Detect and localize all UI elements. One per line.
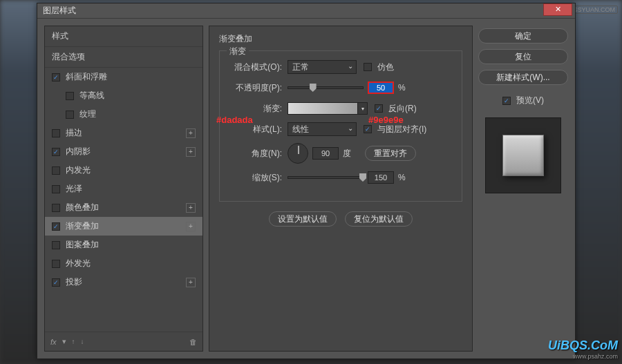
opacity-unit: %	[398, 83, 406, 93]
add-effect-icon[interactable]	[186, 147, 196, 157]
scale-input[interactable]	[368, 171, 394, 184]
opacity-slider[interactable]	[288, 86, 364, 89]
preview-swatch	[502, 135, 544, 176]
reset-align-button[interactable]: 重置对齐	[365, 146, 416, 161]
style-checkbox[interactable]	[52, 185, 60, 193]
reverse-label: 反向(R)	[388, 103, 417, 115]
style-item-1[interactable]: 等高线	[45, 86, 202, 105]
preview-box	[485, 117, 561, 193]
style-label: 内发光	[66, 164, 91, 176]
style-checkbox[interactable]	[52, 241, 60, 249]
dither-label: 仿色	[377, 61, 394, 73]
sidebar-footer: fx ▾ ↑ ↓ 🗑	[45, 332, 202, 351]
reset-default-button[interactable]: 复位为默认值	[345, 211, 413, 227]
new-style-button[interactable]: 新建样式(W)...	[478, 70, 568, 85]
blend-mode-label: 混合模式(O):	[228, 61, 288, 73]
style-item-11[interactable]: 投影	[45, 273, 202, 291]
style-label: 内阴影	[66, 146, 91, 157]
style-label: 颜色叠加	[66, 202, 99, 213]
style-checkbox[interactable]	[52, 148, 60, 156]
style-label: 投影	[66, 276, 82, 288]
fieldset-legend: 渐变	[227, 46, 249, 57]
angle-unit: 度	[343, 148, 351, 160]
style-label: 描边	[66, 127, 82, 139]
style-item-2[interactable]: 纹理	[45, 105, 202, 124]
fx-menu[interactable]: fx	[50, 338, 57, 346]
dialog-title: 图层样式	[43, 5, 76, 17]
style-checkbox[interactable]	[52, 222, 60, 231]
options-panel: 渐变叠加 渐变 混合模式(O): 正常 仿色 不透明度(P):	[209, 26, 473, 352]
watermark-bottom: UiBQS.CoM www.psahz.com	[548, 338, 618, 360]
ok-button[interactable]: 确定	[478, 28, 568, 44]
style-checkbox[interactable]	[66, 92, 74, 100]
style-label: 纹理	[79, 108, 96, 120]
layer-style-dialog: 图层样式 样式 混合选项 斜面和浮雕等高线纹理描边内阴影内发光光泽颜色叠加渐变叠…	[37, 3, 576, 359]
gradient-label: 渐变:	[228, 103, 288, 115]
style-label: 光泽	[66, 183, 82, 195]
angle-dial[interactable]	[288, 143, 308, 164]
dither-checkbox[interactable]	[364, 63, 372, 71]
style-label: 外发光	[66, 258, 91, 269]
style-label: 等高线	[79, 90, 104, 102]
style-label: 斜面和浮雕	[66, 71, 107, 83]
scale-unit: %	[398, 173, 406, 182]
move-down-icon[interactable]: ↓	[81, 338, 84, 345]
fx-dropdown-icon[interactable]: ▾	[62, 337, 66, 346]
style-item-0[interactable]: 斜面和浮雕	[45, 68, 202, 86]
style-item-3[interactable]: 描边	[45, 124, 202, 142]
style-dropdown[interactable]: 线性	[288, 122, 357, 136]
style-item-5[interactable]: 内发光	[45, 161, 202, 180]
preview-checkbox[interactable]	[502, 97, 511, 105]
style-checkbox[interactable]	[52, 204, 60, 212]
right-panel: 确定 复位 新建样式(W)... 预览(V)	[478, 26, 568, 352]
panel-title: 渐变叠加	[219, 33, 462, 45]
opacity-label: 不透明度(P):	[228, 82, 288, 94]
styles-header[interactable]: 样式	[45, 26, 202, 47]
titlebar: 图层样式	[37, 3, 575, 19]
preview-label: 预览(V)	[516, 95, 544, 106]
add-effect-icon[interactable]	[186, 278, 196, 287]
style-checkbox[interactable]	[52, 166, 60, 175]
gradient-swatch[interactable]	[288, 102, 358, 115]
style-checkbox[interactable]	[52, 73, 60, 82]
angle-label: 角度(N):	[228, 148, 288, 160]
style-label: 样式(L):	[228, 124, 288, 135]
opacity-slider-thumb[interactable]	[310, 84, 317, 92]
angle-input[interactable]	[312, 147, 339, 160]
scale-slider[interactable]	[288, 176, 364, 179]
gradient-dropdown-icon[interactable]: ▾	[358, 102, 368, 115]
scale-label: 缩放(S):	[228, 172, 288, 184]
align-layer-checkbox[interactable]	[364, 125, 372, 133]
cancel-button[interactable]: 复位	[478, 49, 568, 64]
style-item-4[interactable]: 内阴影	[45, 142, 202, 161]
style-item-7[interactable]: 颜色叠加	[45, 198, 202, 217]
style-checkbox[interactable]	[52, 260, 60, 268]
opacity-input[interactable]	[368, 82, 394, 94]
style-item-9[interactable]: 图案叠加	[45, 236, 202, 254]
style-checkbox[interactable]	[66, 111, 74, 119]
style-checkbox[interactable]	[52, 129, 60, 137]
blend-mode-dropdown[interactable]: 正常	[288, 60, 357, 74]
style-checkbox[interactable]	[52, 278, 60, 287]
add-effect-icon[interactable]	[186, 128, 196, 138]
blend-options-header[interactable]: 混合选项	[45, 47, 202, 68]
style-label: 图案叠加	[66, 239, 99, 251]
reverse-checkbox[interactable]	[375, 104, 383, 113]
style-item-6[interactable]: 光泽	[45, 180, 202, 198]
move-up-icon[interactable]: ↑	[72, 338, 75, 345]
style-label: 渐变叠加	[66, 220, 99, 232]
add-effect-icon[interactable]	[186, 222, 196, 231]
style-item-10[interactable]: 外发光	[45, 254, 202, 273]
align-layer-label: 与图层对齐(I)	[377, 124, 426, 135]
set-default-button[interactable]: 设置为默认值	[269, 211, 337, 227]
trash-icon[interactable]: 🗑	[189, 338, 197, 346]
scale-slider-thumb[interactable]	[359, 173, 366, 182]
styles-sidebar: 样式 混合选项 斜面和浮雕等高线纹理描边内阴影内发光光泽颜色叠加渐变叠加图案叠加…	[44, 26, 203, 352]
add-effect-icon[interactable]	[186, 203, 196, 213]
close-button[interactable]	[543, 3, 572, 16]
style-item-8[interactable]: 渐变叠加	[45, 217, 202, 236]
